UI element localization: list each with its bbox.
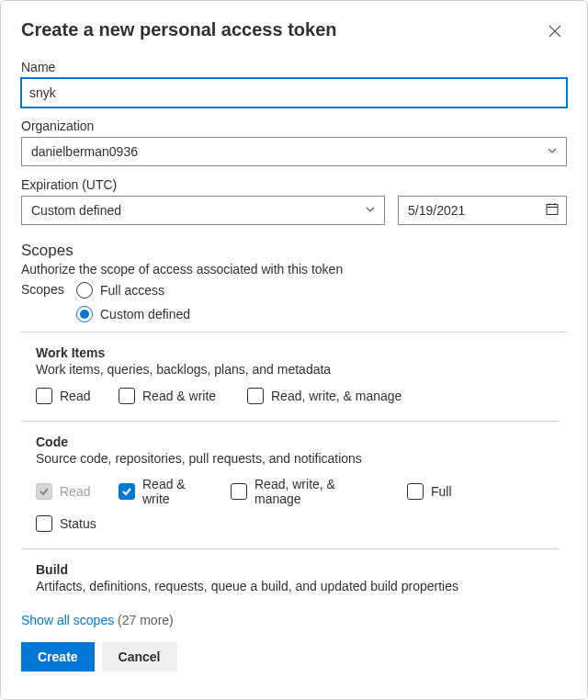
checkbox-workitems-read[interactable]: Read bbox=[36, 388, 115, 404]
svg-rect-2 bbox=[547, 205, 558, 215]
checkbox-icon bbox=[36, 515, 52, 532]
checkbox-icon bbox=[247, 388, 264, 404]
calendar-icon bbox=[545, 202, 560, 220]
scope-title: Work Items bbox=[36, 345, 552, 360]
expiration-type-select[interactable]: Custom defined bbox=[21, 196, 385, 225]
show-all-count: (27 more) bbox=[118, 613, 174, 627]
organization-value: danielberman0936 bbox=[31, 144, 138, 159]
organization-select[interactable]: danielberman0936 bbox=[21, 137, 567, 166]
checkbox-icon bbox=[36, 483, 52, 500]
show-all-scopes: Show all scopes (27 more) bbox=[21, 613, 567, 627]
scope-build: Build Artifacts, definitions, requests, … bbox=[21, 549, 560, 604]
scope-title: Build bbox=[36, 562, 552, 577]
scopes-list[interactable]: Work Items Work items, queries, backlogs… bbox=[21, 332, 567, 604]
close-icon bbox=[548, 24, 562, 39]
expiration-label: Expiration (UTC) bbox=[21, 177, 567, 192]
scope-desc: Artifacts, definitions, requests, queue … bbox=[36, 579, 552, 593]
checkbox-workitems-rwm[interactable]: Read, write, & manage bbox=[247, 388, 422, 404]
scope-title: Code bbox=[36, 435, 552, 449]
checkbox-icon bbox=[231, 483, 247, 500]
scopes-subtext: Authorize the scope of access associated… bbox=[21, 262, 567, 277]
close-button[interactable] bbox=[543, 19, 567, 43]
expiration-date-input[interactable] bbox=[398, 196, 567, 225]
checkbox-label: Read bbox=[60, 484, 90, 499]
checkbox-label: Read & write bbox=[142, 389, 216, 403]
scope-code: Code Source code, repositories, pull req… bbox=[21, 422, 560, 549]
radio-custom-defined-label: Custom defined bbox=[100, 307, 190, 322]
checkbox-label: Read & write bbox=[142, 477, 198, 506]
scopes-radio-label: Scopes bbox=[21, 282, 73, 297]
scope-desc: Work items, queries, backlogs, plans, an… bbox=[36, 362, 552, 377]
radio-icon bbox=[76, 306, 93, 322]
name-label: Name bbox=[21, 60, 567, 74]
checkbox-code-status[interactable]: Status bbox=[36, 515, 119, 532]
expiration-type-value: Custom defined bbox=[31, 203, 121, 218]
organization-label: Organization bbox=[21, 119, 567, 133]
checkbox-icon bbox=[407, 483, 424, 500]
checkbox-icon bbox=[119, 483, 135, 500]
checkbox-code-rw[interactable]: Read & write bbox=[119, 477, 227, 506]
checkbox-label: Full bbox=[431, 484, 452, 499]
show-all-link[interactable]: Show all scopes bbox=[21, 613, 114, 627]
create-button[interactable]: Create bbox=[21, 642, 95, 672]
scope-desc: Source code, repositories, pull requests… bbox=[36, 451, 552, 466]
radio-full-access-label: Full access bbox=[100, 283, 164, 298]
checkbox-icon bbox=[36, 388, 52, 404]
cancel-button[interactable]: Cancel bbox=[102, 642, 177, 672]
radio-icon bbox=[76, 282, 93, 299]
radio-custom-defined[interactable]: Custom defined bbox=[76, 306, 190, 322]
checkbox-workitems-rw[interactable]: Read & write bbox=[119, 388, 243, 404]
name-input[interactable] bbox=[21, 78, 567, 107]
checkbox-label: Status bbox=[60, 516, 96, 531]
checkbox-code-full[interactable]: Full bbox=[407, 483, 482, 500]
checkbox-label: Read, write, & manage bbox=[271, 389, 401, 403]
scope-work-items: Work Items Work items, queries, backlogs… bbox=[21, 333, 560, 422]
dialog-title: Create a new personal access token bbox=[21, 19, 337, 40]
scopes-heading: Scopes bbox=[21, 242, 567, 260]
checkbox-label: Read, write, & manage bbox=[254, 477, 356, 506]
radio-full-access[interactable]: Full access bbox=[76, 282, 190, 299]
checkbox-code-rwm[interactable]: Read, write, & manage bbox=[231, 477, 403, 506]
checkbox-code-read: Read bbox=[36, 483, 115, 500]
checkbox-icon bbox=[119, 388, 135, 404]
checkbox-label: Read bbox=[60, 389, 90, 403]
